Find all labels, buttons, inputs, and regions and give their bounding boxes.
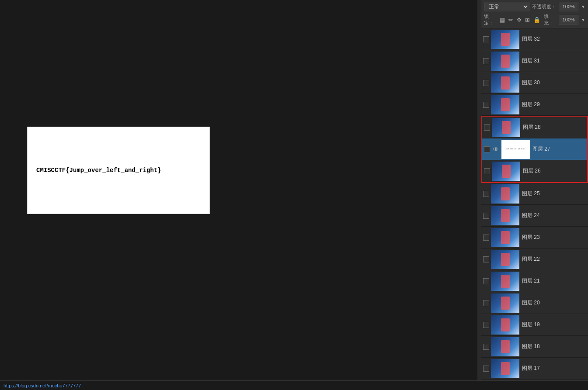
layer-item-16[interactable]: 图层 16 [481,380,588,380]
layer-item-18[interactable]: 图层 18 [481,336,588,358]
red-border-group: 图层 28👁JUMP OVER LEFT AND RIGHT图层 27图层 26 [481,116,588,183]
right-panel: 正常 不透明度： ▼ 锁定： ▦ ✏ ✥ ⊞ 🔒 填充： ▼ [481,0,588,380]
layer-item-19[interactable]: 图层 19 [481,314,588,336]
thumb-action-30 [491,73,519,93]
layer-name-22: 图层 22 [522,255,586,263]
layer-thumb-19 [491,315,519,335]
layer-checkbox-24[interactable] [483,213,489,219]
layer-thumb-25 [491,184,519,204]
lock-checkerboard-btn[interactable]: ▦ [499,16,506,24]
layer-name-30: 图层 30 [522,79,586,86]
lock-brush-btn[interactable]: ✏ [508,16,514,24]
lock-label: 锁定： [484,13,496,26]
thumb-action-31 [491,52,519,71]
fill-arrow-down[interactable]: ▼ [581,17,585,22]
layer-item-29[interactable]: 图层 29 [481,94,588,116]
layer-thumb-20 [491,293,519,313]
layer-item-28[interactable]: 图层 28 [482,117,587,138]
layer-name-27: 图层 27 [532,145,585,153]
layer-item-22[interactable]: 图层 22 [481,248,588,270]
layer-thumb-24 [491,206,519,225]
layer-checkbox-25[interactable] [483,191,489,197]
fill-input[interactable] [559,15,578,24]
layer-item-17[interactable]: 图层 17 [481,358,588,380]
toolbar-top-row: 正常 不透明度： ▼ [484,2,585,11]
layers-list[interactable]: 图层 32图层 31图层 30图层 29图层 28👁JUMP OVER LEFT… [481,28,588,380]
layer-thumb-31 [491,52,519,71]
layer-checkbox-20[interactable] [483,300,489,306]
thumb-action-21 [491,272,519,291]
layer-thumb-18 [491,337,519,356]
layer-checkbox-21[interactable] [483,278,489,284]
thumb-action-20 [491,293,519,313]
layer-name-17: 图层 17 [522,365,586,372]
layer-item-27[interactable]: 👁JUMP OVER LEFT AND RIGHT图层 27 [482,138,587,160]
layer-name-32: 图层 32 [522,35,586,43]
opacity-input[interactable] [559,2,578,11]
thumb-action-24 [491,206,519,225]
layer-thumb-28 [492,118,520,137]
status-bar: https://blog.csdn.net/mochu7777777 [0,380,588,390]
layer-item-20[interactable]: 图层 20 [481,292,588,314]
fill-label: 填充： [544,13,556,26]
layer-thumb-27: JUMP OVER LEFT AND RIGHT [501,140,530,159]
eye-icon-27[interactable]: 👁 [492,145,500,153]
layer-checkbox-17[interactable] [483,366,489,372]
thumb-action-19 [491,315,519,335]
toolbar-lock-row: 锁定： ▦ ✏ ✥ ⊞ 🔒 填充： ▼ [484,13,585,26]
layer-checkbox-28[interactable] [484,124,490,131]
layer-checkbox-32[interactable] [483,36,489,42]
layer-checkbox-22[interactable] [483,256,489,262]
layer-checkbox-18[interactable] [483,344,489,350]
status-url: https://blog.csdn.net/mochu7777777 [3,383,81,388]
thumb-text-content-27: JUMP OVER LEFT AND RIGHT [501,140,530,159]
layer-item-30[interactable]: 图层 30 [481,72,588,94]
layer-checkbox-23[interactable] [483,235,489,241]
thumb-action-22 [491,250,519,269]
canvas-area: CMISCCTF{Jump_over_left_and_right} [0,0,477,380]
layer-name-23: 图层 23 [522,234,586,241]
layer-checkbox-27[interactable] [484,146,490,152]
layer-name-28: 图层 28 [523,124,585,131]
layer-checkbox-29[interactable] [483,102,489,108]
layer-thumb-21 [491,272,519,291]
lock-icons: ▦ ✏ ✥ ⊞ 🔒 [499,16,541,24]
opacity-arrow-down[interactable]: ▼ [581,4,585,9]
layer-item-25[interactable]: 图层 25 [481,183,588,205]
layer-checkbox-31[interactable] [483,58,489,64]
layer-item-26[interactable]: 图层 26 [482,160,587,182]
canvas-text: CMISCCTF{Jump_over_left_and_right} [36,167,161,174]
layer-item-24[interactable]: 图层 24 [481,205,588,227]
layer-item-21[interactable]: 图层 21 [481,270,588,292]
lock-move-btn[interactable]: ✥ [516,16,522,24]
layer-item-31[interactable]: 图层 31 [481,50,588,72]
layer-thumb-23 [491,228,519,247]
lock-transform-btn[interactable]: ⊞ [524,16,531,24]
layer-checkbox-26[interactable] [484,168,490,174]
canvas-content: CMISCCTF{Jump_over_left_and_right} [27,127,210,214]
lock-all-btn[interactable]: 🔒 [532,16,541,24]
main-area: CMISCCTF{Jump_over_left_and_right} 正常 不透… [0,0,588,380]
scrollbar-divider [477,0,481,380]
layer-checkbox-30[interactable] [483,80,489,86]
layer-name-18: 图层 18 [522,343,586,350]
layer-name-24: 图层 24 [522,212,586,219]
layer-item-23[interactable]: 图层 23 [481,227,588,248]
layer-name-19: 图层 19 [522,321,586,328]
opacity-label: 不透明度： [532,3,556,10]
thumb-action-32 [491,30,519,49]
layer-name-26: 图层 26 [523,167,585,175]
thumb-action-26 [492,162,520,181]
layer-name-20: 图层 20 [522,299,586,307]
layer-name-29: 图层 29 [522,101,586,108]
thumb-action-25 [491,184,519,204]
layer-thumb-17 [491,359,519,378]
layer-name-31: 图层 31 [522,57,586,65]
blend-mode-select[interactable]: 正常 [484,2,529,11]
layer-item-32[interactable]: 图层 32 [481,28,588,50]
thumb-text-label-27: JUMP OVER LEFT AND RIGHT [506,148,525,150]
layer-checkbox-19[interactable] [483,322,489,328]
layer-name-21: 图层 21 [522,277,586,285]
layer-thumb-30 [491,73,519,93]
layer-thumb-29 [491,95,519,114]
